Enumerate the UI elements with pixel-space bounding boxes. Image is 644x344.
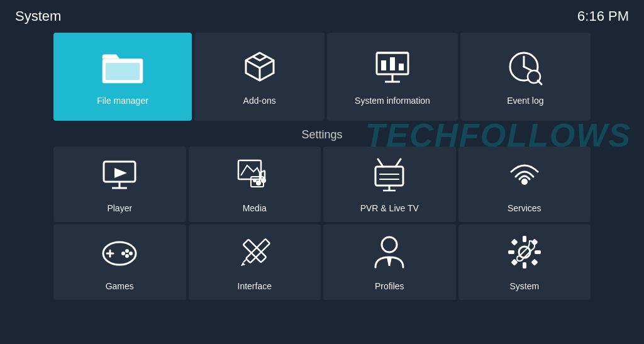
tile-label-games: Games (106, 281, 134, 291)
page-title: System (15, 8, 61, 25)
addons-icon (241, 48, 279, 91)
settings-row-2: Games Interface (0, 225, 644, 300)
profiles-icon (370, 233, 408, 276)
svg-point-42 (121, 252, 125, 255)
services-icon (506, 155, 543, 198)
svg-point-47 (382, 237, 397, 252)
svg-rect-6 (390, 57, 395, 70)
tile-label-profiles: Profiles (375, 281, 404, 291)
tile-system[interactable]: System (458, 225, 591, 300)
tile-label-media: Media (243, 203, 267, 213)
tile-add-ons[interactable]: Add-ons (194, 33, 325, 121)
svg-point-40 (129, 252, 133, 255)
svg-marker-49 (387, 257, 392, 266)
svg-line-15 (538, 80, 541, 84)
tile-media[interactable]: Media (189, 147, 321, 222)
interface-icon (236, 233, 274, 276)
svg-marker-17 (114, 168, 127, 178)
pvr-icon (370, 155, 408, 198)
tile-label-add-ons: Add-ons (243, 96, 276, 106)
svg-rect-53 (508, 250, 514, 254)
clock: 6:16 PM (577, 8, 629, 25)
media-icon (236, 155, 274, 198)
sysinfo-icon (374, 48, 411, 91)
tile-interface[interactable]: Interface (189, 225, 321, 300)
tile-games[interactable]: Games (53, 225, 186, 300)
svg-rect-1 (106, 63, 140, 80)
svg-line-45 (243, 260, 246, 262)
svg-rect-7 (399, 64, 404, 70)
tile-profiles[interactable]: Profiles (323, 225, 456, 300)
svg-rect-51 (523, 236, 526, 242)
settings-label: Settings (0, 123, 644, 147)
svg-point-39 (125, 249, 129, 253)
tile-event-log[interactable]: Event log (460, 33, 591, 121)
svg-line-13 (524, 67, 531, 70)
games-icon (101, 233, 138, 276)
tile-label-event-log: Event log (507, 96, 543, 106)
svg-line-29 (378, 159, 383, 167)
svg-rect-5 (381, 60, 386, 70)
tile-label-interface: Interface (238, 281, 272, 291)
tile-file-manager[interactable]: File manager (53, 33, 192, 121)
svg-rect-54 (535, 250, 541, 254)
tile-pvr[interactable]: PVR & Live TV (323, 147, 456, 222)
svg-point-41 (125, 254, 129, 258)
svg-point-50 (519, 247, 530, 258)
tile-label-pvr: PVR & Live TV (360, 203, 419, 213)
tile-label-system: System (509, 281, 539, 291)
svg-point-35 (521, 179, 528, 185)
svg-marker-44 (241, 262, 245, 266)
tile-label-services: Services (508, 203, 541, 213)
svg-rect-55 (511, 238, 518, 245)
tile-label-file-manager: File manager (97, 96, 148, 106)
settings-row-1: Player Media (0, 147, 644, 222)
svg-rect-58 (531, 258, 538, 265)
tile-system-information[interactable]: System information (327, 33, 457, 121)
tile-label-system-information: System information (355, 96, 430, 106)
svg-rect-52 (523, 262, 526, 269)
top-row: File manager Add-ons (0, 33, 644, 121)
system-icon (506, 233, 543, 276)
svg-point-27 (253, 179, 257, 182)
svg-point-24 (256, 180, 261, 186)
tile-player[interactable]: Player (53, 147, 186, 222)
folder-icon (101, 48, 144, 91)
player-icon (101, 155, 138, 198)
tile-services[interactable]: Services (458, 147, 591, 222)
svg-line-30 (396, 159, 401, 167)
eventlog-icon (506, 48, 544, 91)
svg-rect-28 (375, 167, 403, 186)
header: System 6:16 PM (0, 0, 644, 33)
tile-label-player: Player (107, 203, 132, 213)
